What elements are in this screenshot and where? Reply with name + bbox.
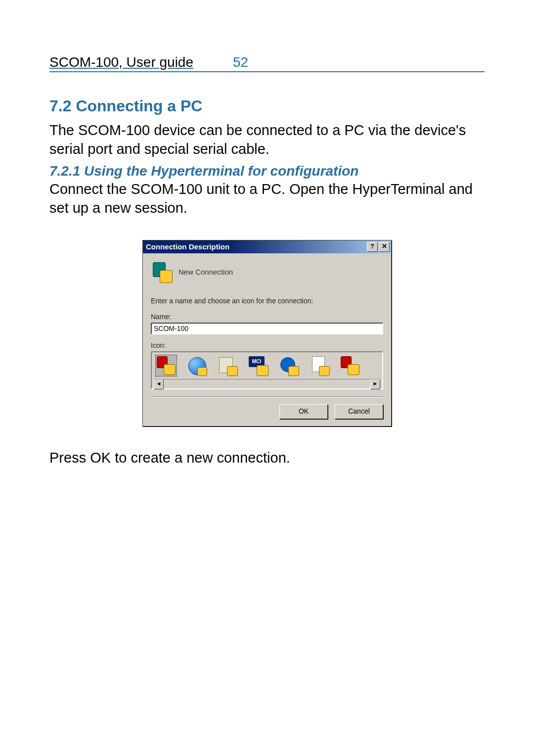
scroll-left-button[interactable]: ◄ xyxy=(154,379,164,389)
mci-phone-icon[interactable]: MCI xyxy=(248,355,268,376)
doc-title: SCOM-100, User guide xyxy=(49,54,193,70)
scroll-right-button[interactable]: ► xyxy=(370,379,380,389)
page-number: 52 xyxy=(233,54,248,70)
subsection-heading: 7.2.1 Using the Hyperterminal for config… xyxy=(49,163,485,179)
icon-scrollbar[interactable]: ◄ ► xyxy=(154,379,380,388)
section-heading: 7.2 Connecting a PC xyxy=(49,97,485,115)
dialog-instruction: Enter a name and choose an icon for the … xyxy=(151,297,383,305)
dialog-titlebar[interactable]: Connection Description ? ✕ xyxy=(143,240,391,253)
close-button[interactable]: ✕ xyxy=(379,242,390,252)
dial-phone-icon[interactable] xyxy=(278,355,299,376)
icon-picker: MCI ◄ ► xyxy=(151,351,383,389)
subsection-text: Connect the SCOM-100 unit to a PC. Open … xyxy=(49,180,485,217)
new-connection-label: New Connection xyxy=(178,268,233,276)
connection-description-dialog: Connection Description ? ✕ New Connectio… xyxy=(142,240,392,426)
document-phone-icon[interactable] xyxy=(309,355,330,376)
red-phone-icon-2[interactable] xyxy=(340,355,360,376)
building-phone-icon[interactable] xyxy=(217,355,238,376)
cancel-button[interactable]: Cancel xyxy=(335,404,383,419)
ok-button[interactable]: OK xyxy=(279,404,328,419)
section-intro: The SCOM-100 device can be connected to … xyxy=(49,121,485,158)
icon-label: Icon: xyxy=(151,341,383,349)
name-label: Name: xyxy=(151,313,383,321)
globe-phone-icon[interactable] xyxy=(186,355,207,376)
hyperterminal-red-phone-icon[interactable] xyxy=(156,355,177,376)
name-input[interactable] xyxy=(151,323,383,334)
dialog-title: Connection Description xyxy=(146,242,367,251)
page-header: SCOM-100, User guide 52 xyxy=(49,54,485,72)
dialog-divider xyxy=(151,396,383,397)
after-dialog-text: Press OK to create a new connection. xyxy=(49,449,485,468)
help-button[interactable]: ? xyxy=(367,242,378,252)
new-connection-icon xyxy=(151,261,173,283)
